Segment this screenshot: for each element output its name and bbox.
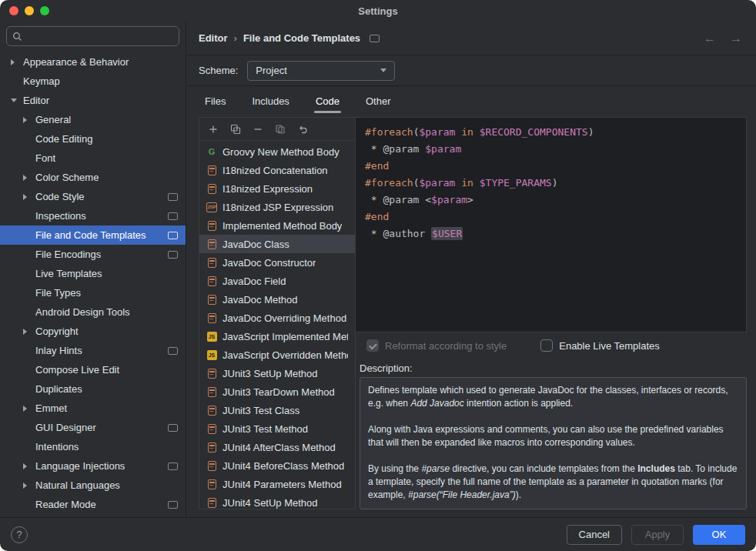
template-item-junit4-setup-method[interactable]: JUnit4 SetUp Method	[199, 493, 355, 509]
chevron-right-icon[interactable]	[23, 117, 35, 123]
description-paragraph: Defines template which used to generate …	[368, 384, 738, 410]
template-item-i18nized-concatenation[interactable]: I18nized Concatenation	[199, 161, 355, 179]
sidebar-item-gui-designer[interactable]: GUI Designer	[0, 418, 186, 437]
enable-live-templates-option[interactable]: Enable Live Templates	[540, 339, 660, 352]
chevron-right-icon[interactable]	[23, 194, 35, 200]
reset-to-default-icon[interactable]	[296, 123, 309, 135]
chevron-right-icon[interactable]	[23, 175, 35, 181]
add-template-icon[interactable]	[207, 123, 219, 135]
reformat-checkbox[interactable]	[366, 339, 379, 352]
sidebar-item-live-templates[interactable]: Live Templates	[0, 264, 186, 283]
sidebar-item-copyright[interactable]: Copyright	[0, 322, 186, 341]
settings-search[interactable]	[6, 26, 179, 46]
template-item-javadoc-overriding-method[interactable]: JavaDoc Overriding Method	[199, 309, 355, 327]
template-item-javascript-implemented-met[interactable]: JSJavaScript Implemented Met	[199, 327, 355, 346]
template-file-icon	[206, 312, 217, 323]
sidebar-item-android-design-tools[interactable]: Android Design Tools	[0, 302, 186, 322]
template-item-javadoc-method[interactable]: JavaDoc Method	[199, 290, 355, 309]
sidebar-item-color-scheme[interactable]: Color Scheme	[0, 168, 186, 187]
sidebar-item-intentions[interactable]: Intentions	[0, 437, 186, 456]
tab-other[interactable]: Other	[364, 86, 393, 115]
sidebar-item-language-injections[interactable]: Language Injections	[0, 456, 186, 476]
template-file-icon	[206, 276, 217, 286]
template-item-javadoc-constructor[interactable]: JavaDoc Constructor	[199, 253, 355, 272]
sidebar-item-label: General	[35, 114, 71, 125]
template-options: Reformat according to style Enable Live …	[356, 332, 747, 359]
tab-includes[interactable]: Includes	[250, 86, 290, 115]
template-item-label: JUnit4 SetUp Method	[222, 497, 318, 509]
template-file-icon	[206, 183, 217, 194]
template-item-junit3-teardown-method[interactable]: JUnit3 TearDown Method	[199, 382, 355, 401]
template-item-label: Groovy New Method Body	[222, 146, 340, 158]
chevron-right-icon[interactable]	[23, 406, 35, 412]
sidebar-item-compose-live-edit[interactable]: Compose Live Edit	[0, 360, 186, 379]
description-box[interactable]: Defines template which used to generate …	[360, 377, 747, 509]
close-button[interactable]	[9, 6, 18, 15]
tab-code[interactable]: Code	[314, 86, 341, 115]
sidebar-item-label: Android Design Tools	[35, 306, 130, 318]
template-file-icon	[206, 423, 217, 434]
search-input[interactable]	[26, 31, 173, 42]
tab-files[interactable]: Files	[203, 86, 227, 115]
zoom-button[interactable]	[40, 6, 49, 15]
template-item-junit4-parameters-method[interactable]: JUnit4 Parameters Method	[199, 475, 355, 493]
template-item-javadoc-field[interactable]: JavaDoc Field	[199, 272, 355, 290]
sidebar-item-label: Keymap	[23, 75, 60, 87]
cancel-button[interactable]: Cancel	[567, 525, 622, 545]
sidebar-item-inspections[interactable]: Inspections	[0, 206, 186, 225]
ok-button[interactable]: OK	[693, 525, 745, 545]
sidebar-item-inlay-hints[interactable]: Inlay Hints	[0, 341, 186, 360]
sidebar-item-file-and-code-templates[interactable]: File and Code Templates	[0, 225, 186, 245]
template-item-junit3-test-method[interactable]: JUnit3 Test Method	[199, 419, 355, 438]
sidebar-item-file-encodings[interactable]: File Encodings	[0, 245, 186, 264]
template-editor[interactable]: #foreach($param in $RECORD_COMPONENTS) *…	[356, 117, 747, 332]
create-child-template-icon[interactable]	[229, 123, 242, 135]
chevron-right-icon[interactable]	[23, 463, 35, 469]
sidebar-item-emmet[interactable]: Emmet	[0, 399, 186, 418]
chevron-right-icon[interactable]	[11, 59, 23, 65]
template-item-i18nized-jsp-expression[interactable]: JSPI18nized JSP Expression	[199, 198, 355, 216]
copy-template-icon[interactable]	[274, 123, 286, 135]
sidebar-item-natural-languages[interactable]: Natural Languages	[0, 476, 186, 495]
sidebar-item-code-editing[interactable]: Code Editing	[0, 129, 186, 149]
back-icon[interactable]: ←	[704, 32, 716, 45]
template-item-groovy-new-method-body[interactable]: GGroovy New Method Body	[199, 142, 355, 161]
reformat-option[interactable]: Reformat according to style	[366, 339, 507, 352]
sidebar-item-appearance-behavior[interactable]: Appearance & Behavior	[0, 52, 186, 72]
minimize-button[interactable]	[25, 6, 34, 15]
template-item-label: I18nized Expression	[222, 183, 313, 195]
sidebar-item-code-style[interactable]: Code Style	[0, 187, 186, 206]
sidebar-item-font[interactable]: Font	[0, 149, 186, 168]
breadcrumb-section[interactable]: Editor	[199, 32, 228, 44]
sidebar-item-file-types[interactable]: File Types	[0, 283, 186, 302]
enable-live-templates-checkbox[interactable]	[540, 339, 553, 352]
template-item-junit4-afterclass-method[interactable]: JUnit4 AfterClass Method	[199, 438, 355, 456]
scheme-select[interactable]: Project	[247, 61, 395, 81]
sidebar-item-duplicates[interactable]: Duplicates	[0, 379, 186, 399]
chevron-right-icon[interactable]	[23, 329, 35, 335]
sidebar-item-label: Font	[35, 152, 55, 164]
chevron-right-icon[interactable]	[23, 483, 35, 489]
template-item-label: Implemented Method Body	[222, 220, 342, 232]
sidebar-item-keymap[interactable]: Keymap	[0, 72, 186, 91]
template-item-junit3-test-class[interactable]: JUnit3 Test Class	[199, 401, 355, 419]
template-item-i18nized-expression[interactable]: I18nized Expression	[199, 179, 355, 198]
sidebar-item-reader-mode[interactable]: Reader Mode	[0, 495, 186, 514]
sidebar-item-editor[interactable]: Editor	[0, 91, 186, 110]
sidebar-item-label: GUI Designer	[35, 422, 96, 433]
sidebar-item-label: Duplicates	[35, 383, 82, 395]
search-icon	[12, 32, 22, 42]
enable-live-templates-label: Enable Live Templates	[559, 340, 660, 352]
template-item-junit4-beforeclass-method[interactable]: JUnit4 BeforeClass Method	[199, 456, 355, 475]
template-item-javascript-overridden-metho[interactable]: JSJavaScript Overridden Metho	[199, 346, 355, 364]
apply-button[interactable]: Apply	[631, 525, 684, 545]
forward-icon[interactable]: →	[730, 32, 742, 45]
sidebar-item-general[interactable]: General	[0, 110, 186, 129]
template-item-javadoc-class[interactable]: JavaDoc Class	[199, 235, 355, 253]
template-item-implemented-method-body[interactable]: Implemented Method Body	[199, 216, 355, 235]
template-file-icon	[206, 479, 217, 489]
remove-template-icon[interactable]	[252, 123, 264, 135]
help-button[interactable]: ?	[11, 526, 28, 543]
template-item-junit3-setup-method[interactable]: JUnit3 SetUp Method	[199, 364, 355, 382]
chevron-down-icon[interactable]	[11, 99, 23, 102]
